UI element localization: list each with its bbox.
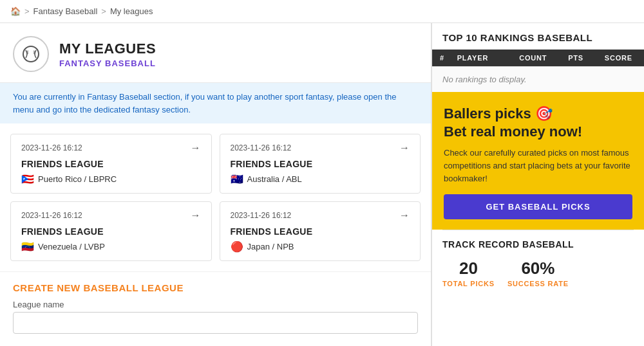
breadcrumb-item-2[interactable]: My leagues [110,6,153,16]
league-region: 🇵🇷 Puerto Rico / LBPRC [21,173,201,185]
league-name-input[interactable] [13,312,418,334]
left-panel: MY LEAGUES FANTASY BASEBALL You are curr… [0,23,431,346]
header-section: MY LEAGUES FANTASY BASEBALL [0,23,431,83]
league-card-header: 2023-11-26 16:12 → [231,210,410,221]
flag-icon: 🇵🇷 [21,173,34,185]
region-text: Australia / ABL [247,174,302,184]
league-date: 2023-11-26 16:12 [21,211,82,220]
baseball-icon [13,36,49,72]
flag-icon: 🇦🇺 [231,173,243,185]
total-picks-label: TOTAL PICKS [442,280,495,287]
breadcrumb-item-1[interactable]: Fantasy Baseball [33,6,98,16]
success-rate-value: 60% [521,259,554,278]
col-header-player: PLAYER [452,50,507,66]
league-card[interactable]: 2023-11-26 16:12 → FRIENDS LEAGUE 🇻🇪 Ven… [10,201,212,261]
track-record: TRACK RECORD BASEBALL 20 TOTAL PICKS 60%… [432,230,644,296]
svg-point-0 [23,46,39,62]
breadcrumb-sep-2: > [101,6,106,16]
page-subtitle: FANTASY BASEBALL [59,59,156,68]
track-stats: 20 TOTAL PICKS 60% SUCCESS RATE [442,259,634,287]
league-card-header: 2023-11-26 16:12 → [231,142,410,154]
form-label: League name [13,300,418,309]
col-header-hash: # [432,50,452,66]
home-icon[interactable]: 🏠 [10,6,21,16]
col-header-pts: PTS [558,50,592,66]
leagues-grid: 2023-11-26 16:12 → FRIENDS LEAGUE 🇵🇷 Pue… [0,123,431,271]
league-name: FRIENDS LEAGUE [231,159,410,169]
success-rate-label: SUCCESS RATE [507,280,569,287]
rankings-title: TOP 10 RANKINGS BASEBALL [432,23,644,50]
col-header-count: COUNT [507,50,558,66]
ad-description: Check our carefully curated picks on mos… [444,147,632,185]
league-card[interactable]: 2023-11-26 16:12 → FRIENDS LEAGUE 🔴 Japa… [220,201,421,261]
arrow-icon: → [399,210,410,221]
league-date: 2023-11-26 16:12 [231,211,292,220]
success-rate-stat: 60% SUCCESS RATE [507,259,569,287]
flag-icon: 🔴 [231,241,243,253]
breadcrumb: 🏠 > Fantasy Baseball > My leagues [0,0,644,23]
flag-icon: 🇻🇪 [21,241,34,253]
total-picks-stat: 20 TOTAL PICKS [442,259,495,287]
region-text: Puerto Rico / LBPRC [38,174,117,184]
league-name: FRIENDS LEAGUE [21,226,201,237]
main-area: MY LEAGUES FANTASY BASEBALL You are curr… [0,23,644,346]
right-panel: TOP 10 RANKINGS BASEBALL # PLAYER COUNT … [431,23,644,346]
league-name: FRIENDS LEAGUE [21,159,201,169]
league-region: 🇻🇪 Venezuela / LVBP [21,241,201,253]
create-title: CREATE NEW BASEBALL LEAGUE [13,282,418,293]
get-picks-button[interactable]: GET BASEBALL PICKS [444,194,632,219]
header-text: MY LEAGUES FANTASY BASEBALL [59,41,156,68]
ad-title: Ballers picks 🎯 Bet real money now! [444,105,632,140]
breadcrumb-sep-1: > [24,6,30,16]
page-title: MY LEAGUES [59,41,156,57]
league-date: 2023-11-26 16:12 [231,143,292,152]
ad-banner: Ballers picks 🎯 Bet real money now! Chec… [432,92,644,230]
league-name: FRIENDS LEAGUE [231,226,410,237]
track-record-title: TRACK RECORD BASEBALL [442,239,634,250]
info-banner: You are currently in Fantasy Baseball se… [0,83,431,123]
rankings-empty: No rankings to display. [432,66,644,92]
arrow-icon: → [399,142,410,154]
region-text: Venezuela / LVBP [38,242,105,251]
league-date: 2023-11-26 16:12 [21,143,82,152]
league-card-header: 2023-11-26 16:12 → [21,210,201,221]
league-region: 🇦🇺 Australia / ABL [231,173,410,185]
league-card-header: 2023-11-26 16:12 → [21,142,201,154]
rankings-table: # PLAYER COUNT PTS SCORE [432,50,644,66]
league-card[interactable]: 2023-11-26 16:12 → FRIENDS LEAGUE 🇦🇺 Aus… [220,134,421,194]
rankings-section: TOP 10 RANKINGS BASEBALL # PLAYER COUNT … [432,23,644,92]
info-banner-text: You are currently in Fantasy Baseball se… [13,92,396,114]
total-picks-value: 20 [459,259,478,278]
league-card[interactable]: 2023-11-26 16:12 → FRIENDS LEAGUE 🇵🇷 Pue… [10,134,212,194]
create-section: CREATE NEW BASEBALL LEAGUE League name [0,271,431,344]
arrow-icon: → [191,210,201,221]
league-region: 🔴 Japan / NPB [231,241,410,253]
arrow-icon: → [191,142,201,154]
app-wrapper: 🏠 > Fantasy Baseball > My leagues [0,0,644,346]
ad-title-text: Ballers picks 🎯 Bet real money now! [444,105,582,140]
region-text: Japan / NPB [247,242,294,251]
col-header-score: SCORE [593,50,644,66]
